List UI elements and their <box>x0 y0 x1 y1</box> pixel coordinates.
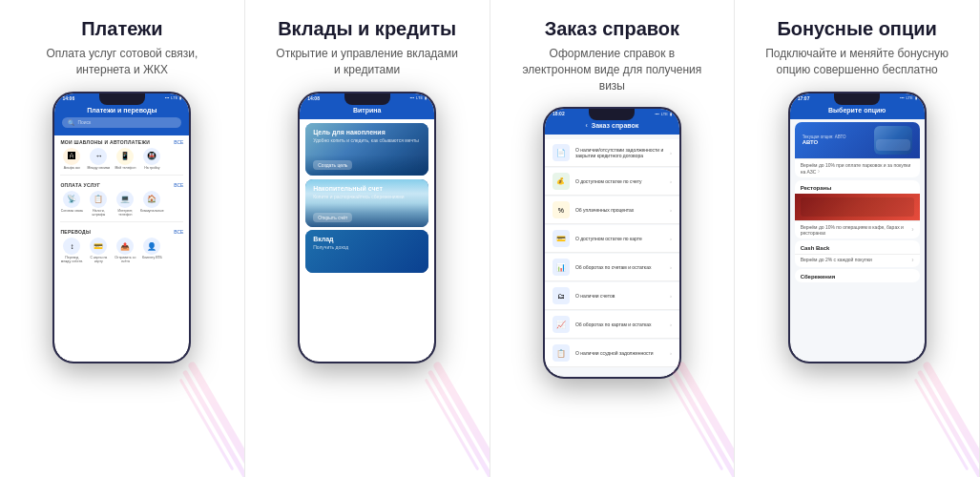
icon-transfer: ↔ <box>90 148 107 165</box>
auto-image <box>874 126 912 155</box>
cashback-title: Cash Back <box>801 245 914 251</box>
section-services-all[interactable]: ВСЕ <box>174 182 183 188</box>
battery-icon-4: ▮ <box>915 95 917 100</box>
list-item[interactable]: 📋 Налоги, штрафы <box>87 191 110 217</box>
icon-tax: 📋 <box>90 191 107 208</box>
search-bar[interactable]: 🔍 Поиск <box>62 117 181 128</box>
arrow-icon-8: › <box>670 350 672 356</box>
icon-troika-label: На тройку <box>144 166 159 170</box>
doc-icon-8: 📋 <box>553 344 570 362</box>
list-item[interactable]: 📡 Сотовая связь <box>60 191 83 217</box>
icon-mobile-label: Сотовая связь <box>61 209 83 213</box>
list-item[interactable]: 🏠 Коммунальные <box>140 191 163 217</box>
auto-desc: Вернём до 10% при оплате парковок и за п… <box>795 158 920 177</box>
table-row[interactable]: 📊 Об оборотах по счетам и остатках › <box>545 254 679 281</box>
doc-icon-4: 💳 <box>553 230 570 247</box>
card-savings-btn[interactable]: Открыть счёт <box>313 213 352 222</box>
panel-deposits-title: Вклады и кредиты <box>278 17 456 40</box>
panel-documents: Заказ справок Оформление справок в элект… <box>490 0 736 477</box>
battery-icon-2: ▮ <box>425 95 427 100</box>
back-icon[interactable]: ‹ <box>585 122 587 129</box>
icon-internet: 💻 <box>116 191 134 208</box>
card-goal-btn[interactable]: Создать цель <box>313 160 352 170</box>
card-savings-title: Накопительный счет <box>313 185 404 192</box>
divider-1 <box>60 175 183 176</box>
battery-icon-3: ▮ <box>670 112 672 116</box>
panel-payments: Платежи Оплата услуг сотовой связи, инте… <box>0 0 245 477</box>
restaurant-overlay <box>801 197 914 217</box>
list-item[interactable]: 💳 С карты на карту <box>87 238 110 263</box>
card-deposit-text: Вклад Получить доход <box>313 236 348 250</box>
auto-card-labels: Текущая опция: АВТО АВТО <box>803 135 846 145</box>
icon-alpha-label: Альфа эко <box>64 166 80 170</box>
documents-list: 📄 О наличии/отсутствии задолженности и з… <box>545 135 679 372</box>
section-templates: МОИ ШАБЛОНЫ И АВТОПЛАТЕЖИ ВСЕ 🅰 Альфа эк… <box>54 135 189 172</box>
table-row[interactable]: 📈 Об оборотах по картам и остатках › <box>545 311 679 339</box>
list-item[interactable]: 👤 Клиенту ВТБ <box>140 238 163 263</box>
restaurants-header: Рестораны <box>795 180 920 194</box>
doc-text-8: О наличии ссудной задолженности <box>575 350 664 357</box>
list-item[interactable]: ↔ Между своими <box>87 148 110 170</box>
status-time-4: 17:07 <box>798 95 810 101</box>
phone-payments: 14:06 ▪▪▪ LTE ▮ Платежи и переводы 🔍 Пои… <box>52 92 191 363</box>
icon-self-transfer-label: Перевод между собств. <box>60 256 83 263</box>
arrow-icon-5: › <box>670 264 672 270</box>
bonus-card-auto[interactable]: Текущая опция: АВТО АВТО Вернём до 10% п… <box>795 122 920 177</box>
card-goal-subtitle: Удобно копить и следить, как сбываются м… <box>313 137 419 143</box>
icon-self-transfer: ↕ <box>63 238 80 255</box>
table-row[interactable]: 💳 О доступном остатке по карте › <box>545 225 679 253</box>
table-row[interactable]: % Об уплаченных процентах › <box>545 197 679 224</box>
phone-bonus-wrapper: 17:07 ▪▪▪ LTE ▮ Выберите опцию Текущая о… <box>746 92 968 467</box>
search-placeholder: Поиск <box>77 119 91 125</box>
bonus-card-restaurants[interactable]: Рестораны Вернём до 10% по операциям в к… <box>795 180 920 238</box>
restaurants-arrow: › <box>911 226 913 233</box>
icon-vtb-label: Клиенту ВТБ <box>142 256 162 259</box>
auto-card-inner: Текущая опция: АВТО АВТО <box>795 122 920 158</box>
cashback-arrow: › <box>911 257 913 263</box>
table-row[interactable]: 📄 О наличии/отсутствии задолженности и з… <box>545 139 679 167</box>
screen-documents: 18:02 ▪▪▪ LTE ▮ ‹ Заказ справок 📄 О нали… <box>545 109 679 377</box>
savings-title: Сбережения <box>801 274 914 280</box>
doc-text-1: О наличии/отсутствии задолженности и зак… <box>575 147 664 159</box>
list-item[interactable]: 🚇 На тройку <box>140 148 163 170</box>
table-row[interactable]: 💰 О доступном остатке по счету › <box>545 168 679 196</box>
signal-icon-2: ▪▪▪ <box>410 95 414 100</box>
transfers-icons: ↕ Перевод между собств. 💳 С карты на кар… <box>60 238 183 263</box>
section-transfers: ПЕРЕВОДЫ ВСЕ ↕ Перевод между собств. 💳 С… <box>54 225 189 265</box>
restaurants-desc: Вернём до 10% по операциям в кафе, барах… <box>795 220 920 238</box>
card-goal[interactable]: Цель для накопления Удобно копить и след… <box>305 123 428 176</box>
list-item[interactable]: 📤 Отправить со счёта <box>114 238 136 263</box>
cashback-desc: Вернём до 2% с каждой покупки › <box>795 254 920 267</box>
panel-bonus: Бонусные опции Подключайте и меняйте бон… <box>735 0 980 477</box>
cashback-header: Cash Back <box>795 240 920 254</box>
doc-text-6: О наличии счетов <box>575 293 664 300</box>
signal-icon-3: ▪▪▪ <box>656 112 659 116</box>
list-item[interactable]: ↕ Перевод между собств. <box>60 238 83 263</box>
panel-payments-title: Платежи <box>81 17 162 40</box>
icon-internet-label: Интернет, телефон <box>114 209 136 217</box>
bonus-card-cashback[interactable]: Cash Back Вернём до 2% с каждой покупки … <box>795 240 920 267</box>
savings-header: Сбережения <box>795 269 920 282</box>
card-savings[interactable]: Накопительный счет Копите и распоряжайте… <box>305 179 428 227</box>
table-row[interactable]: 🗂 О наличии счетов › <box>545 282 679 310</box>
section-transfers-title: ПЕРЕВОДЫ <box>60 229 91 235</box>
doc-text-5: Об оборотах по счетам и остатках <box>575 264 664 271</box>
status-time-3: 18:02 <box>553 111 565 116</box>
section-transfers-all[interactable]: ВСЕ <box>174 229 183 235</box>
lte-icon-2: LTE <box>416 95 423 100</box>
arrow-icon-1: › <box>670 150 672 156</box>
bonus-card-savings[interactable]: Сбережения <box>795 269 920 282</box>
icon-troika: 🚇 <box>143 148 160 165</box>
phone-deposits-wrapper: 14:08 ▪▪▪ LTE ▮ Витрина <box>257 92 478 467</box>
doc-text-2: О доступном остатке по счету <box>575 178 664 185</box>
table-row[interactable]: 📋 О наличии ссудной задолженности › <box>545 340 679 367</box>
section-templates-all[interactable]: ВСЕ <box>174 139 183 145</box>
panel-documents-subtitle: Оформление справок в электронном виде дл… <box>516 46 707 93</box>
list-item[interactable]: 💻 Интернет, телефон <box>114 191 136 217</box>
list-item[interactable]: 📱 Мой телефон <box>114 148 136 170</box>
card-deposit[interactable]: Вклад Получить доход <box>305 230 428 273</box>
list-item[interactable]: 🅰 Альфа эко <box>60 148 83 170</box>
doc-icon-1: 📄 <box>553 144 570 161</box>
panel-documents-title: Заказ справок <box>545 17 679 40</box>
card-deposit-title: Вклад <box>313 236 348 242</box>
